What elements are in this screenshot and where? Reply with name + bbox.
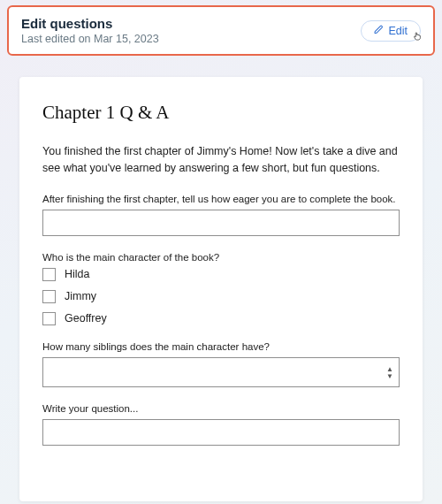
question-4: Write your question... — [42, 403, 400, 446]
option-label: Hilda — [65, 268, 90, 280]
option-row: Hilda — [42, 268, 400, 281]
edit-button[interactable]: Edit — [361, 20, 421, 42]
question-4-label: Write your question... — [42, 403, 400, 414]
select-wrap: ▲▼ — [42, 357, 400, 387]
option-row: Geoffrey — [42, 312, 400, 325]
question-2-label: Who is the main character of the book? — [42, 252, 400, 263]
page-title: Edit questions — [21, 16, 159, 31]
card-title: Chapter 1 Q & A — [42, 102, 400, 124]
checkbox-hilda[interactable] — [42, 268, 56, 281]
edit-button-label: Edit — [388, 25, 408, 37]
question-2: Who is the main character of the book? H… — [42, 252, 400, 325]
question-1-input[interactable] — [42, 210, 400, 236]
question-4-input[interactable] — [42, 419, 400, 446]
option-label: Jimmy — [65, 290, 96, 302]
checkbox-geoffrey[interactable] — [42, 312, 56, 325]
question-2-options: Hilda Jimmy Geoffrey — [42, 268, 400, 325]
form-card: Chapter 1 Q & A You finished the first c… — [19, 77, 423, 501]
option-row: Jimmy — [42, 290, 400, 303]
pencil-icon — [374, 25, 384, 37]
header-left: Edit questions Last edited on Mar 15, 20… — [21, 16, 159, 45]
cursor-hand-icon — [410, 31, 425, 46]
question-3-label: How many siblings does the main characte… — [42, 341, 400, 352]
option-label: Geoffrey — [65, 312, 107, 325]
question-3-select[interactable] — [42, 357, 400, 387]
question-3: How many siblings does the main characte… — [42, 341, 400, 387]
checkbox-jimmy[interactable] — [42, 290, 56, 303]
question-1-label: After finishing the first chapter, tell … — [42, 194, 400, 204]
last-edited-text: Last edited on Mar 15, 2023 — [21, 33, 159, 45]
header-bar: Edit questions Last edited on Mar 15, 20… — [7, 5, 435, 56]
question-1: After finishing the first chapter, tell … — [42, 194, 400, 236]
card-intro: You finished the first chapter of Jimmy'… — [42, 143, 400, 178]
